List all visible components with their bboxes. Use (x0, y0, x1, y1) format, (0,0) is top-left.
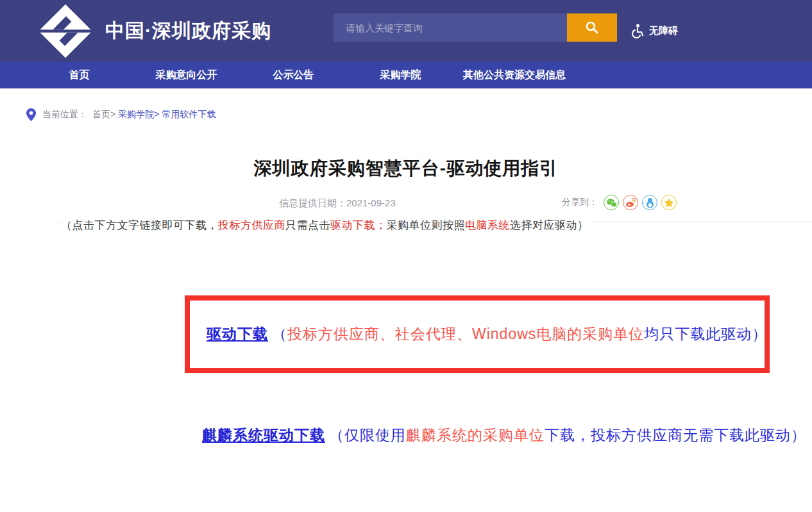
accessibility-button[interactable]: 无障碍 (630, 0, 678, 62)
publish-date: 信息提供日期：2021-09-23 (279, 197, 396, 210)
main-nav: 首页 采购意向公开 公示公告 采购学院 其他公共资源交易信息 (0, 62, 812, 88)
breadcrumb-label: 当前位置： (42, 109, 87, 120)
driver-windows-open: （ (272, 326, 287, 342)
breadcrumb-academy[interactable]: 采购学院> (118, 109, 159, 120)
driver-windows-red-note: 投标方供应商、社会代理、Windows电脑的采购单位 (287, 326, 644, 342)
nav-item-other-public-resources[interactable]: 其他公共资源交易信息 (454, 69, 575, 82)
intro-seg-driver-download: 驱动下载； (330, 219, 387, 231)
article-meta: 信息提供日期：2021-09-23 分享到： (0, 193, 812, 212)
location-pin-icon (26, 108, 36, 121)
share-bar: 分享到： (562, 195, 677, 210)
publish-date-label: 信息提供日期： (279, 197, 346, 208)
driver-kylin-close: 下载，投标方供应商无需下载此驱动） (545, 427, 806, 443)
share-qzone-button[interactable] (661, 195, 677, 210)
share-qq-button[interactable] (642, 195, 657, 210)
nav-item-procurement-intent[interactable]: 采购意向公开 (133, 69, 240, 82)
intro-seg-3: 只需点击 (285, 219, 330, 231)
nav-item-home[interactable]: 首页 (26, 69, 133, 82)
breadcrumb-software-download[interactable]: 常用软件下载 (162, 109, 216, 120)
intro-seg-computer-system: 电脑系统 (465, 219, 510, 231)
share-weibo-button[interactable] (623, 195, 638, 210)
kylin-driver-download-link[interactable]: 麒麟系统驱动下载 (202, 427, 325, 443)
intro-seg-supplier: 投标方供应商 (218, 219, 285, 231)
driver-windows-close: 均只下载此驱动） (644, 326, 767, 342)
publish-date-value: 2021-09-23 (346, 197, 396, 208)
wheelchair-icon (630, 24, 644, 38)
driver-download-link[interactable]: 驱动下载 (207, 326, 268, 342)
qq-icon (645, 197, 655, 208)
site-title: 中国·深圳政府采购 (105, 0, 271, 62)
share-wechat-button[interactable] (604, 195, 619, 210)
site-header: 中国·深圳政府采购 无障碍 (0, 0, 812, 62)
driver-kylin-line: 麒麟系统驱动下载（仅限使用麒麟系统的采购单位下载，投标方供应商无需下载此驱动） (202, 425, 806, 445)
driver-kylin-red-note: 麒麟系统的采购单位 (406, 427, 545, 443)
driver-windows-line: 驱动下载（投标方供应商、社会代理、Windows电脑的采购单位均只下载此驱动） (190, 324, 767, 344)
nav-item-announcements[interactable]: 公示公告 (240, 69, 347, 82)
site-logo-icon (37, 3, 94, 60)
search-icon (584, 20, 600, 35)
qzone-star-icon (664, 198, 674, 208)
driver-download-highlight-box: 驱动下载（投标方供应商、社会代理、Windows电脑的采购单位均只下载此驱动） (185, 295, 770, 373)
weibo-icon (625, 198, 636, 208)
wechat-icon (606, 198, 617, 208)
driver-kylin-open: （仅限使用 (329, 427, 406, 443)
search-button[interactable] (567, 13, 617, 42)
page-title: 深圳政府采购智慧平台-驱动使用指引 (0, 156, 812, 181)
nav-item-academy[interactable]: 采购学院 (347, 69, 454, 82)
search-input[interactable] (334, 13, 567, 42)
breadcrumb: 当前位置： 首页> 采购学院> 常用软件下载 (26, 108, 218, 121)
intro-seg-1: （点击下方文字链接即可下载， (61, 219, 218, 231)
breadcrumb-home[interactable]: 首页> (92, 109, 115, 120)
accessibility-label: 无障碍 (649, 25, 678, 37)
search-bar (334, 13, 617, 42)
intro-seg-7: 选择对应驱动） (510, 219, 589, 231)
intro-seg-5: 采购单位则按照 (387, 219, 466, 231)
intro-paragraph: （点击下方文字链接即可下载，投标方供应商只需点击驱动下载；采购单位则按照电脑系统… (61, 217, 591, 234)
share-label: 分享到： (562, 197, 598, 208)
